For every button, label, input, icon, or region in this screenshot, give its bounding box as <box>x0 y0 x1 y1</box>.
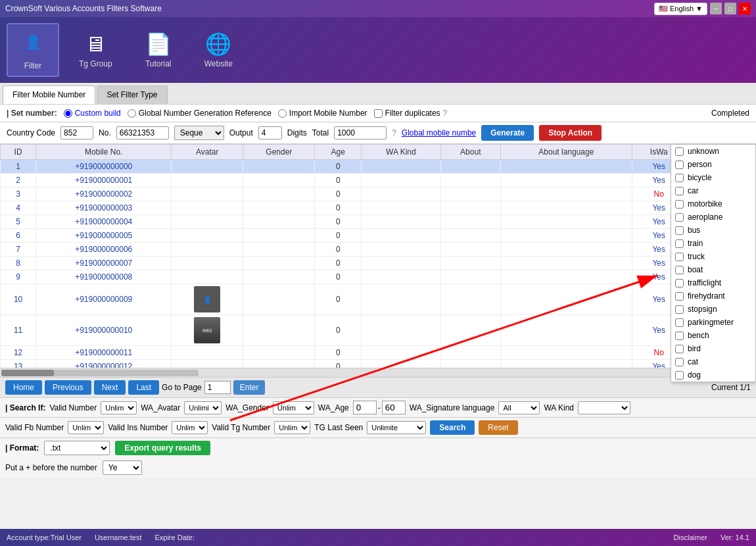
tab-filter-mobile[interactable]: Filter Mobile Number <box>3 86 95 104</box>
dropdown-item[interactable]: stopsign <box>671 303 755 316</box>
output-input[interactable] <box>258 126 282 139</box>
dropdown-item[interactable]: parkingmeter <box>671 316 755 329</box>
last-button[interactable]: Last <box>128 380 159 395</box>
table-row[interactable]: 2 +919000000001 0 Yes <box>1 174 756 187</box>
next-button[interactable]: Next <box>94 380 126 395</box>
import-mobile-radio[interactable] <box>278 109 287 118</box>
generate-button[interactable]: Generate <box>481 125 534 141</box>
language-button[interactable]: 🇺🇸 English ▼ <box>654 3 707 15</box>
dropdown-checkbox[interactable] <box>675 213 684 222</box>
table-row[interactable]: 6 +919000000005 0 Yes <box>1 229 756 243</box>
dropdown-checkbox[interactable] <box>675 305 684 314</box>
dropdown-item[interactable]: bus <box>671 224 755 237</box>
dropdown-checkbox[interactable] <box>675 279 684 287</box>
dropdown-item[interactable]: bird <box>671 342 755 355</box>
wa-kind-select[interactable]: Unknown <box>578 401 630 414</box>
dropdown-item[interactable]: dog <box>671 368 755 382</box>
global-number-radio[interactable] <box>128 109 136 118</box>
tg-last-seen-select[interactable]: Unlimite Today <box>367 421 426 434</box>
horizontal-scrollbar[interactable] <box>0 368 756 377</box>
dropdown-item[interactable]: bicycle <box>671 171 755 184</box>
table-container[interactable]: ID Mobile No. Avatar Gender Age WA Kind … <box>0 144 756 368</box>
format-select[interactable]: .txt .csv <box>44 441 110 455</box>
wa-sig-lang-select[interactable]: All English <box>498 401 540 414</box>
dropdown-checkbox[interactable] <box>675 147 684 156</box>
dropdown-checkbox[interactable] <box>675 371 684 380</box>
dropdown-checkbox[interactable] <box>675 358 684 366</box>
table-row[interactable]: 11 +919000000010 IMG 0 Yes <box>1 315 756 346</box>
wa-age-max-input[interactable] <box>382 401 406 414</box>
home-button[interactable]: Home <box>5 380 42 395</box>
dropdown-item[interactable]: boat <box>671 263 755 276</box>
maximize-button[interactable]: □ <box>724 3 736 14</box>
dropdown-item[interactable]: motorbike <box>671 197 755 211</box>
table-row[interactable]: 9 +919000000008 0 Yes <box>1 270 756 284</box>
table-row[interactable]: 7 +919000000006 0 Yes <box>1 243 756 257</box>
wa-kind-dropdown[interactable]: unknownpersonbicyclecarmotorbikeaeroplan… <box>671 144 756 382</box>
close-button[interactable]: ✕ <box>739 3 751 14</box>
dropdown-checkbox[interactable] <box>675 200 684 209</box>
global-mobile-link[interactable]: Global mobile numbe <box>402 128 476 137</box>
dropdown-item[interactable]: firehydrant <box>671 289 755 303</box>
dropdown-item[interactable]: trafficlight <box>671 276 755 289</box>
valid-tg-select[interactable]: Unlim Yes No <box>274 421 310 434</box>
tab-set-filter[interactable]: Set Filter Type <box>97 86 167 104</box>
filter-duplicates-option[interactable]: Filter duplicates ? <box>374 109 448 118</box>
dropdown-checkbox[interactable] <box>675 332 684 340</box>
minimize-button[interactable]: ─ <box>710 3 722 14</box>
import-mobile-option[interactable]: Import Mobile Number <box>278 109 367 118</box>
dropdown-item[interactable]: train <box>671 237 755 250</box>
dropdown-checkbox[interactable] <box>675 318 684 327</box>
table-row[interactable]: 4 +919000000003 0 Yes <box>1 201 756 215</box>
previous-button[interactable]: Previous <box>45 380 91 395</box>
dropdown-checkbox[interactable] <box>675 174 684 182</box>
dropdown-checkbox[interactable] <box>675 239 684 248</box>
table-row[interactable]: 1 +919000000000 0 Yes <box>1 160 756 174</box>
custom-build-option[interactable]: Custom build <box>64 109 121 118</box>
dropdown-item[interactable]: car <box>671 184 755 197</box>
dropdown-checkbox[interactable] <box>675 187 684 195</box>
plus-select[interactable]: Ye No <box>103 460 142 475</box>
wa-avatar-select[interactable]: Unlimi Yes No <box>184 401 222 414</box>
enter-button[interactable]: Enter <box>233 380 266 395</box>
global-number-option[interactable]: Global Number Generation Reference <box>128 109 272 118</box>
table-row[interactable]: 3 +919000000002 0 No <box>1 187 756 201</box>
page-input[interactable] <box>204 381 231 394</box>
nav-filter[interactable]: 👤 Filter <box>7 23 59 77</box>
dropdown-checkbox[interactable] <box>675 266 684 274</box>
stop-button[interactable]: Stop Action <box>539 125 602 141</box>
nav-website[interactable]: 🌐 Website <box>191 26 246 74</box>
reset-button[interactable]: Reset <box>479 420 517 435</box>
wa-gender-select[interactable]: Unlim Male Female <box>273 401 314 414</box>
export-button[interactable]: Export query results <box>115 441 210 455</box>
dropdown-item[interactable]: person <box>671 158 755 171</box>
dropdown-item[interactable]: truck <box>671 250 755 263</box>
country-code-input[interactable] <box>60 126 93 139</box>
table-row[interactable]: 5 +919000000004 0 Yes <box>1 215 756 229</box>
table-row[interactable]: 13 +919000000012 0 Yes <box>1 360 756 368</box>
nav-tg-group[interactable]: 🖥 Tg Group <box>66 27 126 74</box>
dropdown-checkbox[interactable] <box>675 161 684 169</box>
wa-age-min-input[interactable] <box>353 401 377 414</box>
valid-ins-select[interactable]: Unlim Yes No <box>172 421 208 434</box>
dropdown-checkbox[interactable] <box>675 345 684 353</box>
filter-duplicates-checkbox[interactable] <box>374 109 383 118</box>
valid-number-select[interactable]: Unlim Yes No <box>101 401 137 414</box>
dropdown-item[interactable]: unknown <box>671 145 755 158</box>
table-row[interactable]: 8 +919000000007 0 Yes <box>1 257 756 270</box>
dropdown-checkbox[interactable] <box>675 292 684 301</box>
table-row[interactable]: 12 +919000000011 0 No <box>1 346 756 360</box>
nav-tutorial[interactable]: 📄 Tutorial <box>132 26 185 74</box>
dropdown-checkbox[interactable] <box>675 253 684 261</box>
custom-build-radio[interactable] <box>64 109 72 118</box>
scroll-thumb[interactable] <box>1 370 54 376</box>
dropdown-item[interactable]: aeroplane <box>671 211 755 224</box>
dropdown-item[interactable]: cat <box>671 355 755 368</box>
no-input[interactable] <box>116 126 169 139</box>
table-row[interactable]: 10 +919000000009 👤 0 Yes <box>1 284 756 315</box>
sequence-select[interactable]: Seque Random <box>174 126 224 140</box>
search-button[interactable]: Search <box>430 420 475 435</box>
total-input[interactable] <box>334 126 387 139</box>
dropdown-checkbox[interactable] <box>675 226 684 235</box>
dropdown-item[interactable]: bench <box>671 329 755 342</box>
